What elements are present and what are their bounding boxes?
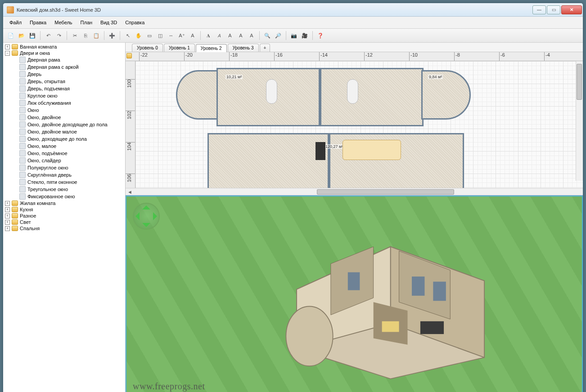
catalog-item-label: Окно, доходящее до пола bbox=[27, 136, 87, 142]
category-label: Спальня bbox=[20, 226, 40, 231]
text-italic-icon[interactable]: 𝘈 bbox=[214, 31, 224, 40]
catalog-item[interactable]: Дверь, открытая bbox=[3, 78, 125, 85]
navigation-compass[interactable] bbox=[133, 203, 160, 230]
zoom-in-icon[interactable]: 🔍 bbox=[262, 31, 272, 40]
catalog-item[interactable]: Окно, двойное bbox=[3, 114, 125, 121]
new-icon[interactable]: 📄 bbox=[6, 31, 16, 40]
category-Свет[interactable]: +Свет bbox=[3, 219, 125, 225]
paste-icon[interactable]: 📋 bbox=[91, 31, 101, 40]
catalog-item[interactable]: Стекло, пяти оконное bbox=[3, 178, 125, 186]
copy-icon[interactable]: ⎘ bbox=[81, 31, 90, 40]
scrollbar-horizontal[interactable]: ◄ bbox=[126, 188, 583, 195]
scroll-left-icon[interactable]: ◄ bbox=[126, 189, 134, 195]
pan-icon[interactable]: ✋ bbox=[134, 31, 144, 40]
catalog-item[interactable]: Дверная рама bbox=[3, 56, 125, 63]
category-Разное[interactable]: +Разное bbox=[3, 213, 125, 219]
arrow-up-icon[interactable] bbox=[142, 201, 150, 209]
cut-icon[interactable]: ✂ bbox=[70, 31, 80, 40]
app-icon bbox=[7, 6, 14, 13]
text-bold-icon[interactable]: 𝐀 bbox=[203, 31, 213, 40]
undo-icon[interactable]: ↶ bbox=[43, 31, 53, 40]
menu-План[interactable]: План bbox=[77, 18, 96, 27]
catalog-item-label: Фиксированное окно bbox=[27, 194, 75, 199]
redo-icon[interactable]: ↷ bbox=[54, 31, 64, 40]
bathtub-2 bbox=[347, 79, 358, 104]
font-decrease-icon[interactable]: A bbox=[247, 31, 257, 40]
catalog-item[interactable]: Люк обслуживания bbox=[3, 99, 125, 107]
tab-level-1[interactable]: Уровень 1 bbox=[164, 44, 195, 52]
expand-icon[interactable]: + bbox=[5, 220, 10, 225]
catalog-item[interactable]: Окно, двойное доходящее до пола bbox=[3, 121, 125, 128]
expand-icon[interactable]: + bbox=[5, 226, 10, 231]
menu-Справка[interactable]: Справка bbox=[122, 18, 148, 27]
tab-level-2[interactable]: Уровень 2 bbox=[196, 44, 227, 52]
catalog-item[interactable]: Окно, малое bbox=[3, 143, 125, 150]
close-button[interactable]: ✕ bbox=[561, 5, 582, 14]
category-Спальня[interactable]: +Спальня bbox=[3, 225, 125, 232]
catalog-item[interactable]: Окно, слайдер bbox=[3, 157, 125, 164]
tab-level-0[interactable]: Уровень 0 bbox=[132, 44, 163, 52]
window-controls: — ▭ ✕ bbox=[532, 5, 582, 14]
catalog-item[interactable]: Окно, подъёмное bbox=[3, 150, 125, 157]
maximize-button[interactable]: ▭ bbox=[547, 5, 560, 14]
dimension-icon[interactable]: ↔ bbox=[166, 31, 176, 40]
catalog-item[interactable]: Дверная рама с аркой bbox=[3, 63, 125, 71]
catalog-item[interactable]: Круглое окно bbox=[3, 92, 125, 99]
room-icon[interactable]: ◫ bbox=[155, 31, 165, 40]
video-icon[interactable]: 🎥 bbox=[300, 31, 310, 40]
furniture-icon bbox=[19, 71, 26, 77]
minimize-button[interactable]: — bbox=[532, 5, 546, 14]
tab-level-3[interactable]: Уровень 3 bbox=[228, 44, 259, 52]
help-icon[interactable]: ❓ bbox=[316, 31, 325, 40]
scrollbar-h-thumb[interactable] bbox=[317, 189, 454, 195]
menu-Правка[interactable]: Правка bbox=[26, 18, 50, 27]
plan-canvas[interactable]: 10,21 м² 9,84 м² 120,27 м² bbox=[135, 61, 583, 188]
collapse-icon[interactable]: − bbox=[5, 51, 10, 56]
label-icon[interactable]: A bbox=[188, 31, 198, 40]
furniture-icon bbox=[19, 121, 26, 128]
zoom-out-icon[interactable]: 🔎 bbox=[273, 31, 283, 40]
open-icon[interactable]: 📂 bbox=[17, 31, 27, 40]
add-furniture-icon[interactable]: ➕ bbox=[107, 31, 117, 40]
scrollbar-v-thumb[interactable] bbox=[577, 64, 582, 100]
catalog-item[interactable]: Дверь, подъемная bbox=[3, 85, 125, 92]
text-color-icon[interactable]: A bbox=[225, 31, 235, 40]
furniture-catalog[interactable]: +Ванная комната−Двери и окнаДверная рама… bbox=[3, 43, 126, 392]
save-icon[interactable]: 💾 bbox=[27, 31, 37, 40]
catalog-item[interactable]: Фиксированное окно bbox=[3, 193, 125, 200]
category-Двери и окна[interactable]: −Двери и окна bbox=[3, 50, 125, 56]
catalog-item[interactable]: Окно, доходящее до пола bbox=[3, 135, 125, 143]
arrow-down-icon[interactable] bbox=[142, 223, 150, 231]
catalog-item[interactable]: Окно, двойное малое bbox=[3, 128, 125, 135]
svg-rect-11 bbox=[420, 321, 444, 334]
plan-2d-panel: Уровень 0Уровень 1Уровень 2Уровень 3+ -2… bbox=[126, 43, 583, 196]
ruler-tick: 102 bbox=[126, 111, 135, 120]
titlebar[interactable]: Киевский дом.sh3d - Sweet Home 3D — ▭ ✕ bbox=[3, 3, 583, 17]
room-living-left bbox=[207, 133, 329, 188]
expand-icon[interactable]: + bbox=[5, 214, 10, 218]
menu-Файл[interactable]: Файл bbox=[6, 18, 25, 27]
wall-icon[interactable]: ▭ bbox=[144, 31, 154, 40]
arrow-right-icon[interactable] bbox=[153, 212, 161, 220]
font-increase-icon[interactable]: A bbox=[236, 31, 246, 40]
arrow-left-icon[interactable] bbox=[131, 212, 140, 220]
catalog-item[interactable]: Окно bbox=[3, 107, 125, 114]
catalog-item[interactable]: Треугольное окно bbox=[3, 186, 125, 193]
expand-icon[interactable]: + bbox=[5, 201, 10, 206]
catalog-item[interactable]: Дверь bbox=[3, 71, 125, 78]
photo-icon[interactable]: 📷 bbox=[289, 31, 299, 40]
category-Жилая комната[interactable]: +Жилая комната bbox=[3, 200, 125, 206]
category-Кухня[interactable]: +Кухня bbox=[3, 206, 125, 213]
select-icon[interactable]: ↖ bbox=[123, 31, 133, 40]
add-level-button[interactable]: + bbox=[260, 44, 270, 52]
menu-Мебель[interactable]: Мебель bbox=[51, 18, 76, 27]
scrollbar-vertical[interactable] bbox=[576, 61, 583, 181]
view-3d-panel[interactable]: www.freeprogs.net bbox=[126, 196, 583, 392]
catalog-item[interactable]: Полукруглое окно bbox=[3, 164, 125, 171]
catalog-item[interactable]: Скруглённая дверь bbox=[3, 171, 125, 178]
text-icon[interactable]: A⁺ bbox=[177, 31, 187, 40]
expand-icon[interactable]: + bbox=[5, 207, 10, 212]
category-Ванная комната[interactable]: +Ванная комната bbox=[3, 44, 125, 50]
menu-Вид 3D[interactable]: Вид 3D bbox=[97, 18, 121, 27]
expand-icon[interactable]: + bbox=[5, 45, 10, 49]
